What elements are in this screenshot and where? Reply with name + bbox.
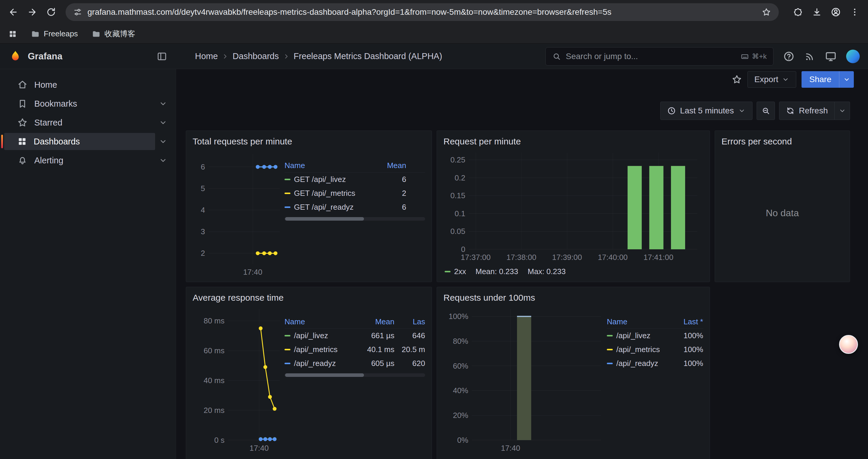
breadcrumb-dashboards[interactable]: Dashboards xyxy=(232,52,279,61)
requests-per-minute-chart[interactable]: 17:37:0017:38:0017:39:0017:40:0017:41:00… xyxy=(443,148,703,265)
favorite-star-button[interactable] xyxy=(732,74,742,85)
share-dropdown-button[interactable] xyxy=(839,71,854,88)
share-button[interactable]: Share xyxy=(802,71,839,88)
display-button[interactable] xyxy=(825,51,837,62)
bookmark-star-icon[interactable] xyxy=(762,7,771,17)
chevron-right-icon xyxy=(221,53,229,60)
chevron-down-icon xyxy=(738,107,746,114)
help-button[interactable] xyxy=(783,51,795,62)
legend-column-header[interactable]: Name xyxy=(607,317,665,326)
sidebar-item-home[interactable]: Home xyxy=(0,76,176,94)
apps-grid-icon[interactable] xyxy=(8,30,17,38)
legend-column-header[interactable]: Name xyxy=(284,161,368,170)
legend-series-name[interactable]: /api/_metrics xyxy=(607,345,665,354)
browser-back-button[interactable] xyxy=(5,4,22,21)
sidebar-toggle-button[interactable] xyxy=(157,51,167,62)
svg-text:0 s: 0 s xyxy=(214,436,224,445)
legend-series-name[interactable]: /api/_metrics xyxy=(284,345,350,354)
refresh-icon xyxy=(786,106,795,115)
legend-series-name[interactable]: /api/_readyz xyxy=(284,359,350,368)
breadcrumb-home[interactable]: Home xyxy=(195,52,218,61)
svg-text:17:40: 17:40 xyxy=(243,268,262,276)
url-text[interactable]: grafana.mathmast.com/d/deytv4rwavabkb/fr… xyxy=(88,7,756,17)
panel-title[interactable]: Total requests per minute xyxy=(193,135,425,148)
sidebar-item-starred[interactable]: Starred xyxy=(0,113,176,132)
chevron-down-icon[interactable] xyxy=(159,99,167,108)
dashboard-toolbar: Last 5 minutes Refresh xyxy=(186,102,850,120)
svg-text:0.15: 0.15 xyxy=(450,191,465,200)
legend-stat-mean: Mean: 0.233 xyxy=(475,267,518,276)
series-color-swatch xyxy=(284,193,290,194)
legend-header-row: NameMean xyxy=(284,159,425,172)
legend-column-header[interactable]: Name xyxy=(284,317,350,326)
legend-horizontal-scrollbar[interactable] xyxy=(284,373,425,377)
chevron-down-icon[interactable] xyxy=(159,156,167,165)
browser-menu-button[interactable] xyxy=(846,4,863,21)
legend-column-header[interactable]: Mean xyxy=(350,317,395,326)
svg-text:17:37:00: 17:37:00 xyxy=(461,253,491,262)
svg-text:20%: 20% xyxy=(453,411,468,420)
legend-column-header[interactable]: Last * xyxy=(665,317,703,326)
scrollbar-thumb[interactable] xyxy=(285,217,364,221)
time-range-picker[interactable]: Last 5 minutes xyxy=(660,102,752,120)
panel-title[interactable]: Requests under 100ms xyxy=(443,291,703,304)
extensions-button[interactable] xyxy=(789,4,807,21)
grafana-header-left: Grafana xyxy=(0,50,176,63)
svg-text:17:40:00: 17:40:00 xyxy=(598,253,627,262)
series-color-swatch xyxy=(284,179,290,180)
legend-inline: 2xx Mean: 0.233 Max: 0.233 xyxy=(443,265,703,278)
legend-series-name[interactable]: GET /api/_metrics xyxy=(284,189,368,198)
refresh-button[interactable]: Refresh xyxy=(779,102,835,120)
panel-title[interactable]: Request per minute xyxy=(443,135,703,148)
site-info-icon[interactable] xyxy=(73,8,82,17)
legend-series-name[interactable]: 2xx xyxy=(445,267,466,276)
requests-under-100ms-chart[interactable]: 17:400%20%40%60%80%100% xyxy=(443,304,607,455)
chevron-right-icon xyxy=(282,53,290,60)
browser-profile-button[interactable] xyxy=(827,4,844,21)
grafana-logo[interactable] xyxy=(9,50,22,63)
browser-forward-button[interactable] xyxy=(24,4,41,21)
series-color-swatch xyxy=(607,335,613,336)
scrollbar-thumb[interactable] xyxy=(285,373,364,377)
legend-series-name[interactable]: /api/_livez xyxy=(607,331,665,340)
legend-row: GET /api/_readyz6 xyxy=(284,200,425,214)
export-button[interactable]: Export xyxy=(747,71,796,88)
legend-table: NameMeanGET /api/_livez6GET /api/_metric… xyxy=(284,159,425,278)
total-requests-chart[interactable]: 17:4023456 xyxy=(193,148,284,278)
sidebar-item-alerting[interactable]: Alerting xyxy=(0,151,176,169)
address-bar[interactable]: grafana.mathmast.com/d/deytv4rwavabkb/fr… xyxy=(66,3,779,21)
refresh-interval-dropdown[interactable] xyxy=(835,102,850,120)
bookmark-folder-freeleaps[interactable]: Freeleaps xyxy=(31,29,78,38)
zoom-out-button[interactable] xyxy=(756,102,775,120)
home-icon xyxy=(17,79,28,90)
panel-title[interactable]: Errors per second xyxy=(721,135,843,148)
legend-horizontal-scrollbar[interactable] xyxy=(284,217,425,221)
legend-column-header[interactable]: Las xyxy=(395,317,425,326)
legend-series-name[interactable]: GET /api/_livez xyxy=(284,175,368,184)
avg-response-time-chart[interactable]: 17:400 s20 ms40 ms60 ms80 ms xyxy=(193,304,284,455)
star-icon xyxy=(17,117,28,128)
svg-text:100%: 100% xyxy=(449,312,469,321)
legend-series-name[interactable]: /api/_livez xyxy=(284,331,350,340)
chevron-down-icon[interactable] xyxy=(159,118,167,127)
bookmark-folder-blogs[interactable]: 收藏博客 xyxy=(92,29,135,39)
legend-column-header[interactable]: Mean xyxy=(368,161,406,170)
legend-series-name[interactable]: GET /api/_readyz xyxy=(284,203,368,212)
news-button[interactable] xyxy=(804,51,815,62)
chevron-down-icon[interactable] xyxy=(159,137,167,146)
legend-series-name[interactable]: /api/_readyz xyxy=(607,359,665,368)
panel-title[interactable]: Average response time xyxy=(193,291,425,304)
rss-icon xyxy=(804,51,815,62)
floating-avatar-button[interactable] xyxy=(839,335,858,354)
bookmark-label: 收藏博客 xyxy=(104,29,135,39)
browser-refresh-button[interactable] xyxy=(42,4,60,21)
search-input[interactable]: Search or jump to... ⌘+k xyxy=(546,47,773,66)
legend-value: 6 xyxy=(368,175,406,184)
sidebar-item-bookmarks[interactable]: Bookmarks xyxy=(0,95,176,113)
legend-value: 605 µs xyxy=(350,359,395,368)
series-color-swatch xyxy=(284,335,290,336)
downloads-button[interactable] xyxy=(808,4,826,21)
puzzle-icon xyxy=(793,7,803,17)
sidebar-item-dashboards[interactable]: Dashboards xyxy=(0,132,176,151)
user-avatar[interactable] xyxy=(846,50,860,63)
